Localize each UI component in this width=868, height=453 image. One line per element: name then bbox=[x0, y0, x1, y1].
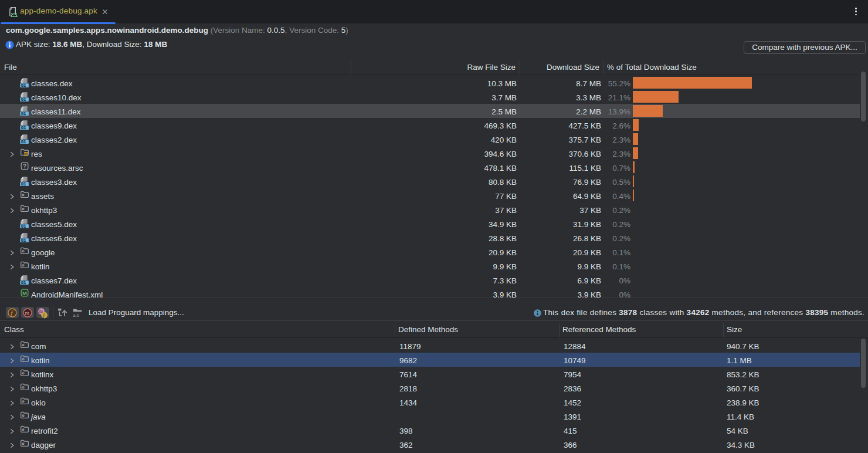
svg-text:01: 01 bbox=[21, 97, 26, 102]
svg-text:01: 01 bbox=[21, 125, 26, 130]
svg-text:01: 01 bbox=[21, 238, 26, 242]
svg-text:01: 01 bbox=[21, 224, 26, 228]
svg-text:M: M bbox=[22, 290, 27, 296]
svg-text:01: 01 bbox=[21, 280, 26, 285]
svg-text:01: 01 bbox=[21, 83, 26, 87]
svg-text:m: m bbox=[25, 310, 29, 316]
svg-text:01: 01 bbox=[21, 181, 26, 186]
svg-text:01: 01 bbox=[21, 111, 26, 116]
svg-text:?: ? bbox=[23, 163, 26, 170]
svg-text:a.b: a.b bbox=[73, 313, 79, 317]
svg-text:01: 01 bbox=[21, 139, 26, 144]
